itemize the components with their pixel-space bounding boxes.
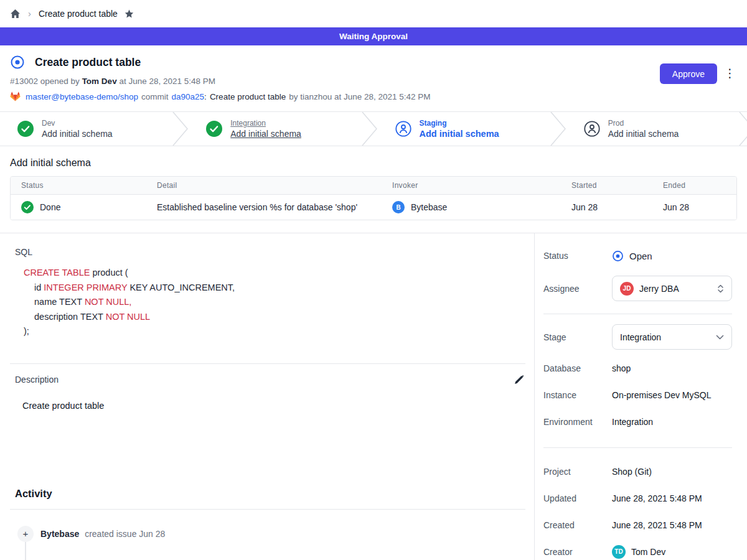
- branch-link[interactable]: master@bytebase-demo/shop: [26, 92, 138, 101]
- activity-item: + Bytebase created issue Jun 28: [17, 526, 534, 542]
- description-text[interactable]: Create product table: [22, 401, 534, 411]
- table-row[interactable]: Done Established baseline version %s for…: [11, 195, 736, 220]
- home-icon[interactable]: [10, 9, 21, 19]
- sql-line: CREATE TABLE product (: [24, 266, 534, 281]
- stage-staging[interactable]: Staging Add initial schema: [378, 112, 550, 146]
- task-heading: Add initial schema: [10, 157, 737, 169]
- breadcrumb-title[interactable]: Create product table: [39, 9, 118, 19]
- person-circle-icon: [584, 121, 600, 137]
- sql-code: CREATE TABLE product (id INTEGER PRIMARY…: [24, 266, 534, 339]
- updated-row: Updated June 28, 2021 5:48 PM: [543, 485, 732, 511]
- stage-task-label: Add initial schema: [230, 128, 301, 139]
- database-label: Database: [543, 363, 612, 373]
- activity-actor: Bytebase: [40, 529, 79, 539]
- creator-label: Creator: [543, 547, 612, 557]
- invoker-avatar: B: [392, 201, 405, 213]
- commit-word: commit: [141, 92, 169, 101]
- sql-line: );: [24, 324, 534, 339]
- col-invoker: Invoker: [382, 181, 561, 190]
- environment-row: Environment Integration: [543, 408, 732, 435]
- stage-prod[interactable]: Prod Add initial schema: [566, 112, 739, 146]
- task-ended: Jun 28: [652, 202, 736, 212]
- creator-value[interactable]: Tom Dev: [631, 547, 665, 557]
- edit-pencil-icon[interactable]: [514, 375, 524, 385]
- created-label: Created: [543, 520, 612, 530]
- stage-task-label: Add initial schema: [608, 128, 679, 139]
- issue-author[interactable]: Tom Dev: [82, 77, 117, 86]
- stage-pipeline: Dev Add initial schema Integration Add i…: [0, 112, 747, 146]
- issue-meta-prefix: #13002 opened by: [10, 77, 80, 86]
- divider: [10, 363, 525, 364]
- person-circle-icon: [395, 121, 411, 137]
- chevron-right-icon: ›: [28, 8, 31, 19]
- sql-label: SQL: [15, 247, 534, 257]
- instance-label: Instance: [543, 390, 612, 400]
- stage-env-label: Integration: [230, 119, 301, 128]
- more-options-icon[interactable]: ⋮: [724, 66, 736, 81]
- commit-colon: :: [204, 92, 207, 101]
- issue-meta: #13002 opened by Tom Dev at June 28, 202…: [10, 77, 737, 86]
- assignee-row: Assignee JD Jerry DBA: [543, 276, 732, 301]
- stage-label: Stage: [543, 332, 612, 342]
- check-circle-icon: [206, 121, 222, 137]
- task-detail: Established baseline version %s for data…: [146, 202, 382, 212]
- activity-heading: Activity: [15, 488, 534, 500]
- issue-detail-panel: SQL CREATE TABLE product (id INTEGER PRI…: [0, 233, 534, 560]
- creator-avatar: TD: [612, 545, 626, 559]
- breadcrumb: › Create product table: [0, 0, 747, 27]
- stage-env-label: Prod: [608, 119, 679, 128]
- status-row: Status Open: [543, 245, 732, 267]
- commit-info: master@bytebase-demo/shop commit da90a25…: [10, 91, 737, 101]
- status-banner: Waiting Approval: [0, 27, 747, 45]
- commit-suffix: by tianzhou at June 28, 2021 5:42 PM: [289, 92, 430, 101]
- open-status-icon: [612, 250, 624, 262]
- sql-line: id INTEGER PRIMARY KEY AUTO_INCREMENT,: [24, 281, 534, 296]
- assignee-value: Jerry DBA: [639, 284, 712, 294]
- stage-separator: [739, 112, 747, 146]
- stage-integration[interactable]: Integration Add initial schema: [189, 112, 361, 146]
- task-section: Add initial schema Status Detail Invoker…: [0, 146, 747, 220]
- assignee-avatar: JD: [620, 282, 634, 296]
- check-circle-icon: [21, 201, 34, 213]
- stage-row: Stage Integration: [543, 324, 732, 350]
- task-started: Jun 28: [561, 202, 652, 212]
- project-row: Project Shop (Git): [543, 458, 732, 485]
- stage-separator: [550, 112, 566, 146]
- commit-message: Create product table: [210, 92, 286, 101]
- bytebase-issue-page: › Create product table Waiting Approval …: [0, 0, 747, 560]
- sql-line: description TEXT NOT NULL: [24, 310, 534, 325]
- task-status: Done: [40, 202, 60, 212]
- assignee-select[interactable]: JD Jerry DBA: [612, 276, 732, 301]
- star-icon[interactable]: [124, 9, 134, 19]
- issue-sidebar: Status Open Assignee JD Jerry DBA: [534, 233, 747, 560]
- col-started: Started: [561, 181, 652, 190]
- timeline-line: [25, 542, 26, 560]
- created-row: Created June 28, 2021 5:48 PM: [543, 511, 732, 538]
- stage-task-label: Add initial schema: [420, 128, 499, 139]
- divider: [543, 314, 732, 314]
- sql-line: name TEXT NOT NULL,: [24, 295, 534, 310]
- environment-value[interactable]: Integration: [612, 417, 653, 427]
- plus-icon: +: [17, 526, 34, 542]
- database-value[interactable]: shop: [612, 363, 631, 373]
- stage-separator: [362, 112, 378, 146]
- approve-button[interactable]: Approve: [660, 63, 717, 84]
- updated-value: June 28, 2021 5:48 PM: [612, 493, 702, 503]
- task-table: Status Detail Invoker Started Ended Done…: [10, 176, 737, 220]
- stage-select[interactable]: Integration: [612, 324, 732, 350]
- description-label: Description: [15, 375, 59, 385]
- project-value[interactable]: Shop (Git): [612, 467, 652, 477]
- gitlab-icon: [10, 91, 21, 101]
- instance-value[interactable]: On-premises Dev MySQL: [612, 390, 711, 400]
- creator-row: Creator TD Tom Dev: [543, 538, 732, 560]
- chevron-down-icon: [716, 335, 724, 340]
- status-label: Status: [543, 251, 612, 261]
- table-header: Status Detail Invoker Started Ended: [11, 177, 736, 195]
- status-banner-text: Waiting Approval: [339, 32, 408, 41]
- check-circle-icon: [17, 121, 34, 137]
- issue-header: Create product table #13002 opened by To…: [0, 45, 747, 112]
- activity-action: created issue Jun 28: [85, 529, 165, 539]
- stage-dev[interactable]: Dev Add initial schema: [0, 112, 172, 146]
- updown-chevron-icon: [717, 284, 724, 294]
- commit-hash-link[interactable]: da90a25: [172, 92, 205, 101]
